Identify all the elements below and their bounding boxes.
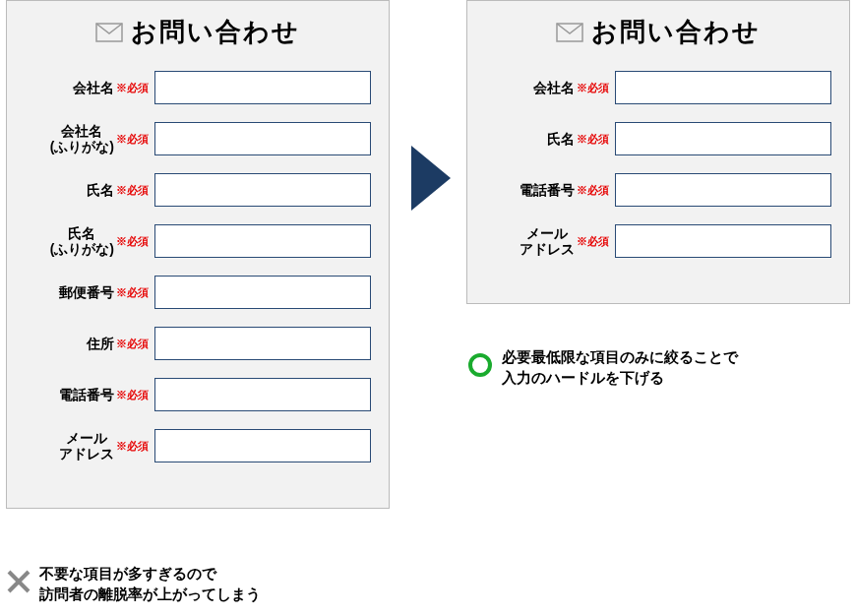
field-label: 住所	[87, 336, 114, 351]
required-tag: ※必須	[116, 285, 149, 300]
label-area: 氏名 ※必須	[485, 131, 615, 147]
form-panel-good: お問い合わせ 会社名 ※必須 氏名 ※必須 電話番号 ※必須 メール アドレス …	[466, 0, 850, 304]
circle-icon	[466, 351, 494, 383]
required-tag: ※必須	[577, 183, 609, 198]
required-tag: ※必須	[116, 183, 149, 198]
panel-title: お問い合わせ	[485, 15, 831, 49]
required-tag: ※必須	[116, 337, 149, 351]
company-furigana-input[interactable]	[154, 122, 371, 155]
email-input[interactable]	[154, 429, 371, 462]
name-input[interactable]	[615, 122, 831, 155]
required-tag: ※必須	[116, 132, 149, 147]
label-area: 会社名 (ふりがな) ※必須	[25, 123, 154, 154]
field-label: 氏名	[87, 182, 114, 198]
field-label: メール アドレス	[520, 225, 575, 257]
name-input[interactable]	[154, 173, 371, 207]
form-row: メール アドレス ※必須	[485, 224, 831, 258]
required-tag: ※必須	[116, 388, 149, 402]
form-row: 氏名 ※必須	[25, 173, 371, 207]
caption-good: 必要最低限な項目のみに絞ることで 入力のハードルを下げる	[466, 346, 738, 388]
email-input[interactable]	[615, 224, 831, 258]
label-area: 氏名 (ふりがな) ※必須	[25, 225, 154, 257]
address-input[interactable]	[154, 327, 371, 360]
label-area: 電話番号 ※必須	[485, 182, 615, 198]
label-area: 会社名 ※必須	[485, 80, 615, 95]
field-label: 会社名	[73, 80, 114, 95]
caption-bad-text: 不要な項目が多すぎるので 訪問者の離脱率が上がってしまう	[39, 563, 261, 604]
form-row: 住所 ※必須	[25, 327, 371, 360]
field-label: メール アドレス	[59, 430, 114, 462]
required-tag: ※必須	[116, 439, 149, 454]
field-label: 電話番号	[520, 182, 575, 198]
required-tag: ※必須	[577, 132, 609, 147]
label-area: 氏名 ※必須	[25, 182, 154, 198]
form-row: メール アドレス ※必須	[25, 429, 371, 462]
form-row: 氏名 ※必須	[485, 122, 831, 155]
svg-point-5	[470, 355, 490, 375]
svg-marker-2	[411, 146, 451, 211]
name-furigana-input[interactable]	[154, 224, 371, 258]
label-area: 住所 ※必須	[25, 336, 154, 351]
arrow-icon	[407, 146, 455, 215]
envelope-icon	[95, 23, 123, 42]
form-row: 会社名 (ふりがな) ※必須	[25, 122, 371, 155]
required-tag: ※必須	[577, 81, 609, 95]
field-label: 氏名 (ふりがな)	[50, 225, 114, 257]
form-row: 郵便番号 ※必須	[25, 276, 371, 309]
phone-input[interactable]	[154, 378, 371, 411]
form-row: 会社名 ※必須	[485, 71, 831, 104]
form-row: 氏名 (ふりがな) ※必須	[25, 224, 371, 258]
field-label: 会社名	[533, 80, 575, 95]
company-input[interactable]	[154, 71, 371, 104]
envelope-icon	[556, 23, 583, 42]
label-area: 電話番号 ※必須	[25, 387, 154, 402]
required-tag: ※必須	[116, 81, 149, 95]
required-tag: ※必須	[116, 234, 149, 249]
caption-bad: 不要な項目が多すぎるので 訪問者の離脱率が上がってしまう	[6, 563, 261, 604]
panel-title-text: お問い合わせ	[131, 15, 300, 49]
postal-input[interactable]	[154, 276, 371, 309]
label-area: 郵便番号 ※必須	[25, 284, 154, 300]
form-row: 電話番号 ※必須	[25, 378, 371, 411]
caption-good-text: 必要最低限な項目のみに絞ることで 入力のハードルを下げる	[502, 346, 738, 388]
field-label: 電話番号	[59, 387, 114, 402]
field-label: 郵便番号	[59, 284, 114, 300]
label-area: 会社名 ※必須	[25, 80, 154, 95]
label-area: メール アドレス ※必須	[25, 430, 154, 462]
panel-title: お問い合わせ	[25, 15, 371, 49]
field-label: 氏名	[547, 131, 575, 147]
required-tag: ※必須	[577, 234, 609, 249]
form-row: 電話番号 ※必須	[485, 173, 831, 207]
panel-title-text: お問い合わせ	[591, 15, 761, 49]
phone-input[interactable]	[615, 173, 831, 207]
label-area: メール アドレス ※必須	[485, 225, 615, 257]
form-panel-bad: お問い合わせ 会社名 ※必須 会社名 (ふりがな) ※必須 氏名 ※必須 氏名 …	[6, 0, 390, 509]
field-label: 会社名 (ふりがな)	[50, 123, 114, 154]
x-icon	[6, 569, 31, 598]
company-input[interactable]	[615, 71, 831, 104]
form-row: 会社名 ※必須	[25, 71, 371, 104]
